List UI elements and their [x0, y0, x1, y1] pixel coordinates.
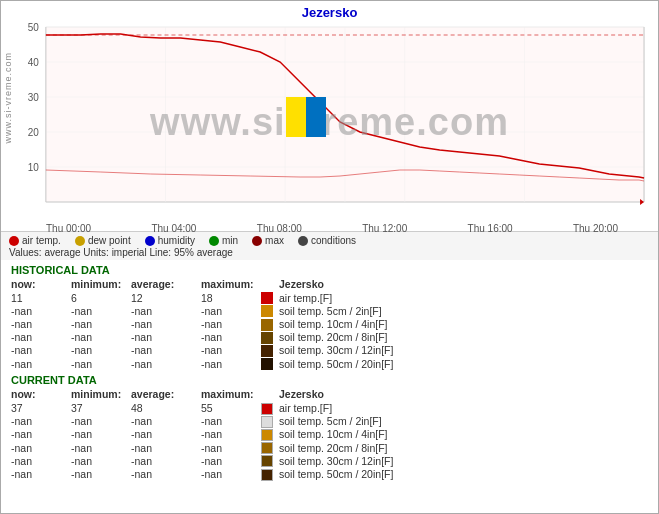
- legend-dot-humidity: [145, 236, 155, 246]
- hist-th-avg: average:: [131, 278, 201, 291]
- table-row: -nan -nan -nan -nan soil temp. 5cm / 2in…: [11, 415, 648, 428]
- curr-td-color: [261, 428, 279, 441]
- curr-th-avg: average:: [131, 388, 201, 401]
- chart-title: Jezersko: [1, 1, 658, 22]
- flag-blue: [306, 97, 326, 137]
- legend-label-air-temp: air temp.: [22, 235, 61, 246]
- hist-td-max: 18: [201, 291, 261, 304]
- chart-svg: 50 40 30 20 10: [1, 22, 658, 222]
- hist-td-now: -nan: [11, 331, 71, 344]
- table-row: -nan -nan -nan -nan soil temp. 30cm / 12…: [11, 454, 648, 467]
- legend-area: air temp. dew point humidity min max con…: [1, 231, 658, 260]
- curr-td-max: 55: [201, 401, 261, 414]
- curr-td-min: -nan: [71, 441, 131, 454]
- historical-table: now: minimum: average: maximum: Jezersko…: [11, 278, 648, 370]
- legend-dot-air-temp: [9, 236, 19, 246]
- curr-th-now: now:: [11, 388, 71, 401]
- current-title: CURRENT DATA: [11, 374, 648, 386]
- hist-th-now: now:: [11, 278, 71, 291]
- x-label-1: Thu 04:00: [151, 223, 196, 234]
- hist-td-max: -nan: [201, 344, 261, 357]
- curr-td-label: soil temp. 20cm / 8in[F]: [279, 441, 648, 454]
- curr-td-avg: -nan: [131, 454, 201, 467]
- curr-th-label: Jezersko: [279, 388, 648, 401]
- curr-td-now: 37: [11, 401, 71, 414]
- curr-td-color: [261, 401, 279, 414]
- hist-td-max: -nan: [201, 304, 261, 317]
- curr-th-min: minimum:: [71, 388, 131, 401]
- hist-th-min: minimum:: [71, 278, 131, 291]
- hist-td-now: -nan: [11, 344, 71, 357]
- curr-td-now: -nan: [11, 467, 71, 480]
- hist-td-color: [261, 291, 279, 304]
- x-label-3: Thu 12:00: [362, 223, 407, 234]
- hist-td-label: soil temp. 30cm / 12in[F]: [279, 344, 648, 357]
- curr-th-max: maximum:: [201, 388, 261, 401]
- hist-th-max: maximum:: [201, 278, 261, 291]
- curr-td-max: -nan: [201, 415, 261, 428]
- hist-td-min: -nan: [71, 317, 131, 330]
- curr-td-max: -nan: [201, 441, 261, 454]
- legend-dot-dew-point: [75, 236, 85, 246]
- table-row: -nan -nan -nan -nan soil temp. 30cm / 12…: [11, 344, 648, 357]
- curr-td-avg: -nan: [131, 428, 201, 441]
- hist-td-min: 6: [71, 291, 131, 304]
- x-axis-labels: Thu 00:00 Thu 04:00 Thu 08:00 Thu 12:00 …: [1, 223, 658, 234]
- hist-td-avg: -nan: [131, 331, 201, 344]
- legend-row: air temp. dew point humidity min max con…: [9, 235, 650, 246]
- flag-yellow: [286, 97, 306, 137]
- table-row: -nan -nan -nan -nan soil temp. 10cm / 4i…: [11, 428, 648, 441]
- table-row: -nan -nan -nan -nan soil temp. 50cm / 20…: [11, 357, 648, 370]
- hist-td-now: -nan: [11, 357, 71, 370]
- svg-text:20: 20: [28, 127, 40, 138]
- hist-td-label: soil temp. 20cm / 8in[F]: [279, 331, 648, 344]
- hist-td-color: [261, 304, 279, 317]
- hist-th-color: [261, 278, 279, 291]
- hist-td-color: [261, 344, 279, 357]
- svg-text:50: 50: [28, 22, 40, 33]
- table-row: -nan -nan -nan -nan soil temp. 50cm / 20…: [11, 467, 648, 480]
- curr-td-min: 37: [71, 401, 131, 414]
- table-row: -nan -nan -nan -nan soil temp. 5cm / 2in…: [11, 304, 648, 317]
- values-line: Values: average Units: imperial Line: 95…: [9, 247, 650, 258]
- legend-humidity: humidity: [145, 235, 195, 246]
- hist-td-min: -nan: [71, 331, 131, 344]
- curr-td-label: soil temp. 30cm / 12in[F]: [279, 454, 648, 467]
- curr-td-now: -nan: [11, 441, 71, 454]
- chart-area: Jezersko www.si-vreme.com www.si-vreme.c…: [1, 1, 658, 231]
- curr-td-max: -nan: [201, 428, 261, 441]
- curr-th-color: [261, 388, 279, 401]
- curr-td-min: -nan: [71, 454, 131, 467]
- curr-td-label: soil temp. 10cm / 4in[F]: [279, 428, 648, 441]
- legend-dot-conditions: [298, 236, 308, 246]
- legend-label-humidity: humidity: [158, 235, 195, 246]
- curr-td-now: -nan: [11, 415, 71, 428]
- hist-td-label: air temp.[F]: [279, 291, 648, 304]
- hist-td-avg: 12: [131, 291, 201, 304]
- logo-overlay: www.si-vreme.com: [3, 52, 13, 144]
- main-container: Jezersko www.si-vreme.com www.si-vreme.c…: [0, 0, 659, 514]
- legend-min: min: [209, 235, 238, 246]
- legend-air-temp: air temp.: [9, 235, 61, 246]
- x-label-4: Thu 16:00: [468, 223, 513, 234]
- flag-overlay: [286, 97, 326, 137]
- hist-td-avg: -nan: [131, 344, 201, 357]
- hist-td-color: [261, 357, 279, 370]
- legend-dot-max: [252, 236, 262, 246]
- table-row: -nan -nan -nan -nan soil temp. 20cm / 8i…: [11, 441, 648, 454]
- current-header-row: now: minimum: average: maximum: Jezersko: [11, 388, 648, 401]
- hist-td-avg: -nan: [131, 357, 201, 370]
- curr-td-label: soil temp. 50cm / 20in[F]: [279, 467, 648, 480]
- hist-td-avg: -nan: [131, 317, 201, 330]
- x-label-2: Thu 08:00: [257, 223, 302, 234]
- legend-label-dew-point: dew point: [88, 235, 131, 246]
- hist-td-label: soil temp. 10cm / 4in[F]: [279, 317, 648, 330]
- curr-td-avg: -nan: [131, 467, 201, 480]
- svg-text:30: 30: [28, 92, 40, 103]
- legend-dot-min: [209, 236, 219, 246]
- curr-td-now: -nan: [11, 454, 71, 467]
- curr-td-max: -nan: [201, 467, 261, 480]
- historical-title: HISTORICAL DATA: [11, 264, 648, 276]
- curr-td-min: -nan: [71, 428, 131, 441]
- historical-header-row: now: minimum: average: maximum: Jezersko: [11, 278, 648, 291]
